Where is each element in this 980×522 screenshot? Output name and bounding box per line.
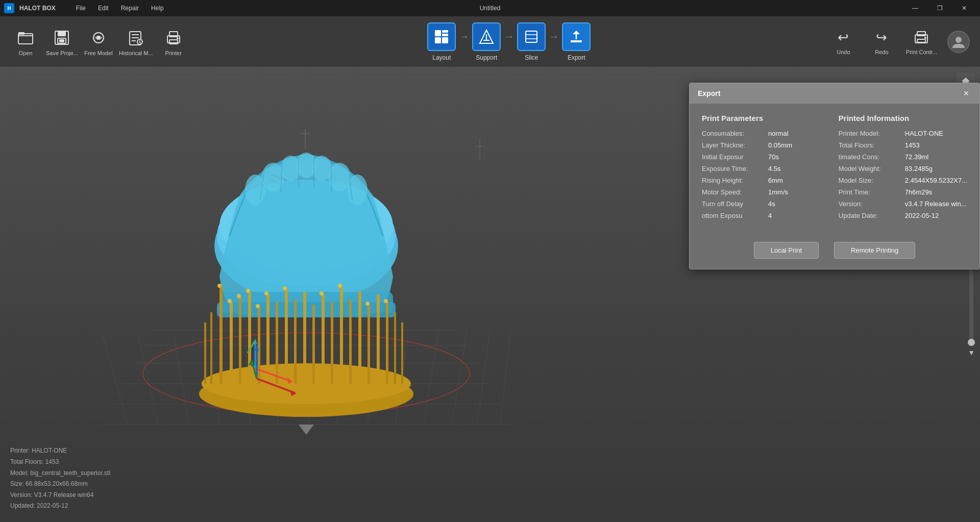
workflow-layout[interactable]: Layout (427, 22, 456, 61)
save-icon (52, 28, 72, 48)
param-row: Layer Thickne:0.05mm (702, 141, 823, 149)
svg-marker-118 (253, 339, 257, 344)
svg-rect-1 (18, 32, 24, 35)
toolbar-left-group: Open Save Proje... Free Model Historical… (10, 28, 189, 56)
svg-line-119 (255, 368, 291, 381)
info-value: 72.39ml (905, 153, 928, 161)
svg-rect-89 (340, 287, 343, 384)
svg-rect-25 (526, 31, 537, 42)
info-value: v3.4.7 Release win... (905, 200, 967, 208)
export-label: Export (568, 54, 585, 61)
svg-rect-84 (294, 300, 297, 384)
main-viewport: ▲ ▼ Printer: HALOT-ONE Total Floors: 145… (0, 67, 980, 522)
svg-point-75 (202, 363, 411, 404)
undo-button[interactable]: ↩ Undo (829, 29, 857, 55)
status-version: Version: V3.4.7 Release win64 (10, 490, 110, 501)
info-label: Total Floors: (839, 141, 905, 149)
param-label: Rising Height: (702, 177, 768, 184)
svg-rect-87 (322, 294, 325, 384)
undo-label: Undo (837, 49, 850, 55)
arrow-3: → (549, 31, 559, 53)
print-control-icon (912, 29, 930, 47)
param-row: Turn off Delay4s (702, 200, 823, 208)
svg-rect-19 (442, 34, 448, 36)
save-project-label: Save Proje... (46, 50, 78, 56)
svg-rect-5 (59, 39, 64, 42)
scroll-thumb[interactable] (968, 339, 975, 346)
remote-printing-button[interactable]: Remote Printing (834, 242, 915, 259)
svg-point-107 (338, 284, 342, 288)
info-value: 2.4544X59.5232X7... (905, 177, 967, 184)
save-project-button[interactable]: Save Proje... (46, 28, 78, 56)
svg-point-57 (217, 185, 396, 287)
param-value: normal (768, 130, 789, 137)
svg-rect-28 (571, 40, 582, 42)
open-button[interactable]: Open (10, 28, 41, 56)
svg-point-104 (264, 291, 268, 295)
svg-line-53 (477, 330, 490, 425)
svg-rect-77 (230, 302, 233, 384)
menu-repair[interactable]: Repair (116, 3, 144, 14)
window-title: Untitled (480, 5, 501, 12)
redo-label: Redo (875, 49, 888, 55)
svg-line-54 (500, 330, 510, 425)
menu-file[interactable]: File (71, 3, 91, 14)
param-label: Exposure Time: (702, 165, 768, 172)
workflow-support[interactable]: Support (472, 22, 501, 61)
param-label: Motor Speed: (702, 188, 768, 196)
layout-label: Layout (432, 54, 451, 61)
svg-point-64 (328, 163, 351, 191)
svg-rect-20 (435, 37, 441, 43)
info-label: Printer Model: (839, 130, 905, 137)
workflow-steps: Layout → Support → Slice → Export (209, 22, 809, 61)
maximize-button[interactable]: ❐ (928, 0, 951, 16)
svg-point-109 (384, 299, 388, 303)
svg-marker-129 (249, 359, 254, 365)
historical-button[interactable]: Historical M... (119, 28, 153, 56)
svg-point-103 (256, 304, 260, 308)
svg-line-50 (396, 330, 408, 425)
menu-help[interactable]: Help (146, 3, 169, 14)
app-name: HALOT BOX (19, 5, 56, 12)
dialog-title: Export (698, 89, 720, 97)
printer-button[interactable]: Printer (158, 28, 189, 56)
svg-point-58 (219, 180, 393, 271)
historical-label: Historical M... (119, 50, 153, 56)
info-label: Model Size: (839, 177, 905, 184)
redo-button[interactable]: ↪ Redo (868, 29, 896, 55)
print-control-button[interactable]: Print Contr... (906, 29, 937, 55)
arrow-2: → (504, 31, 514, 53)
svg-rect-73 (217, 302, 396, 317)
workflow-slice[interactable]: Slice (517, 22, 546, 61)
info-row: Model Size:2.4544X59.5232X7... (839, 177, 967, 184)
close-button[interactable]: ✕ (952, 0, 976, 16)
svg-rect-83 (285, 289, 288, 384)
svg-line-66 (260, 169, 264, 200)
user-avatar[interactable] (947, 31, 970, 53)
print-info-rows: Printer Model:HALOT-ONETotal Floors:1453… (839, 130, 967, 219)
svg-point-65 (347, 175, 368, 205)
dialog-close-button[interactable]: ✕ (961, 88, 971, 98)
printed-information-title: Printed Information (839, 114, 967, 122)
svg-rect-21 (442, 37, 448, 43)
svg-rect-85 (303, 292, 306, 384)
free-model-button[interactable]: Free Model (83, 28, 114, 56)
svg-rect-80 (258, 307, 260, 384)
svg-rect-31 (917, 39, 925, 42)
dialog-footer: Local Print Remote Printing (690, 234, 979, 269)
local-print-button[interactable]: Local Print (754, 242, 819, 259)
scroll-down-arrow[interactable]: ▼ (968, 349, 975, 357)
minimize-button[interactable]: — (903, 0, 927, 16)
svg-rect-95 (210, 312, 212, 384)
print-control-label: Print Contr... (906, 49, 937, 55)
svg-line-49 (368, 330, 378, 425)
svg-rect-90 (349, 300, 352, 384)
workflow-export[interactable]: Export (562, 22, 591, 61)
info-row: timated Cons:72.39ml (839, 153, 967, 161)
param-value: 4s (768, 200, 775, 208)
status-info-panel: Printer: HALOT-ONE Total Floors: 1453 Mo… (10, 445, 110, 512)
param-label: Layer Thickne: (702, 141, 768, 149)
menu-edit[interactable]: Edit (93, 3, 114, 14)
print-params-rows: Consumables:normalLayer Thickne:0.05mmIn… (702, 130, 823, 219)
info-label: Print Time: (839, 188, 905, 196)
